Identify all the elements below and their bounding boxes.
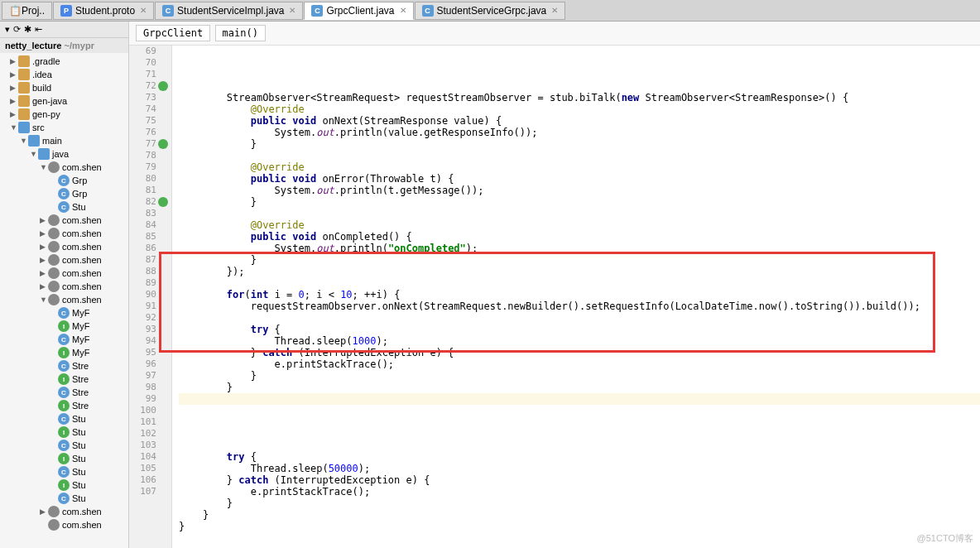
tree-item[interactable]: CStre — [0, 386, 128, 399]
tree-item[interactable]: CStre — [0, 359, 128, 373]
tree-item[interactable]: CGrp — [0, 187, 128, 200]
expand-icon[interactable]: ▶ — [40, 243, 48, 251]
expand-icon[interactable]: ▶ — [40, 282, 48, 291]
tab-proj-[interactable]: 📋 Proj.. — [2, 2, 52, 20]
tree-item[interactable]: ▶com.shen — [0, 227, 128, 240]
tree-item[interactable]: CMyF — [0, 306, 128, 320]
code-line[interactable] — [179, 405, 980, 416]
tree-item[interactable]: CMyF — [0, 333, 128, 346]
code-line[interactable]: e.printStackTrace(); — [179, 486, 980, 498]
code-line[interactable]: } — [179, 196, 980, 208]
tree-item[interactable]: IStre — [0, 399, 128, 412]
settings-icon[interactable]: ✱ — [24, 24, 31, 35]
tree-item[interactable]: ▼src — [0, 121, 128, 134]
tree-item[interactable]: CStu — [0, 492, 128, 505]
tab-studentservicegrpc-java[interactable]: CStudentServiceGrpc.java✕ — [415, 2, 566, 20]
expand-icon[interactable]: ▶ — [40, 229, 48, 238]
tree-item[interactable]: IMyF — [0, 346, 128, 359]
tree-item[interactable]: ▶gen-java — [0, 94, 128, 108]
code-line[interactable] — [179, 277, 980, 289]
code-content[interactable]: StreamObserver<StreamRequest> requestStr… — [172, 46, 980, 548]
code-line[interactable]: for(int i = 0; i < 10; ++i) { — [179, 289, 980, 300]
override-marker-icon[interactable] — [158, 81, 168, 91]
code-line[interactable]: Thread.sleep(1000); — [179, 335, 980, 347]
close-icon[interactable]: ✕ — [140, 6, 147, 15]
expand-icon[interactable]: ▶ — [10, 70, 18, 79]
code-line[interactable]: } — [179, 254, 980, 266]
code-line[interactable]: StreamObserver<StreamRequest> requestStr… — [179, 92, 980, 103]
expand-icon[interactable]: ▼ — [30, 150, 38, 158]
tree-item[interactable]: ▼main — [0, 134, 128, 147]
close-icon[interactable]: ✕ — [400, 6, 406, 15]
tree-item[interactable]: ▶gen-py — [0, 108, 128, 121]
code-line[interactable] — [179, 208, 980, 219]
tree-item[interactable]: ▶com.shen — [0, 253, 128, 267]
code-line[interactable]: } catch (InterruptedException e) { — [179, 474, 980, 486]
code-line[interactable]: System.out.println(value.getResponseInfo… — [179, 127, 980, 138]
expand-icon[interactable]: ▶ — [40, 507, 48, 516]
tree-item[interactable]: ▼com.shen — [0, 161, 128, 174]
code-line[interactable]: } — [179, 382, 980, 393]
code-line[interactable]: try { — [179, 451, 980, 463]
code-line[interactable] — [179, 393, 980, 405]
tab-studentserviceimpl-java[interactable]: CStudentServiceImpl.java✕ — [155, 2, 303, 20]
tree-item[interactable]: ▶com.shen — [0, 505, 128, 518]
code-line[interactable] — [179, 440, 980, 451]
tree-item[interactable]: CStu — [0, 439, 128, 452]
code-line[interactable]: public void onCompleted() { — [179, 231, 980, 243]
tree-item[interactable]: ▶com.shen — [0, 280, 128, 293]
close-icon[interactable]: ✕ — [551, 6, 558, 15]
tree-item[interactable]: ▶build — [0, 81, 128, 94]
tree-item[interactable]: ▶com.shen — [0, 267, 128, 280]
code-line[interactable]: } — [179, 498, 980, 509]
code-line[interactable] — [179, 416, 980, 428]
code-line[interactable]: public void onError(Throwable t) { — [179, 173, 980, 185]
tree-item[interactable]: com.shen — [0, 518, 128, 531]
expand-icon[interactable]: ▼ — [20, 137, 28, 145]
code-line[interactable]: Thread.sleep(50000); — [179, 463, 980, 474]
tree-item[interactable]: ▶com.shen — [0, 240, 128, 253]
tree-item[interactable]: CGrp — [0, 174, 128, 187]
code-line[interactable]: @Override — [179, 161, 980, 173]
tree-item[interactable]: CStu — [0, 412, 128, 425]
code-line[interactable]: @Override — [179, 219, 980, 231]
expand-icon[interactable]: ▶ — [10, 97, 18, 105]
tree-item[interactable]: IStu — [0, 452, 128, 465]
code-line[interactable]: } — [179, 370, 980, 382]
code-line[interactable]: @Override — [179, 103, 980, 115]
code-line[interactable]: requestStreamObserver.onNext(StreamReque… — [179, 300, 980, 312]
close-icon[interactable]: ✕ — [289, 6, 295, 15]
code-line[interactable]: } — [179, 138, 980, 150]
override-marker-icon[interactable] — [158, 139, 168, 149]
tree-item[interactable]: IStre — [0, 373, 128, 386]
code-line[interactable] — [179, 80, 980, 92]
breadcrumb-class[interactable]: GrpcClient — [136, 25, 210, 41]
project-root[interactable]: netty_lecture ~/mypr — [0, 38, 128, 53]
tree-item[interactable]: ▶com.shen — [0, 214, 128, 227]
tree-item[interactable]: ▼com.shen — [0, 293, 128, 306]
code-line[interactable]: public void onNext(StreamResponse value)… — [179, 115, 980, 127]
code-line[interactable]: }); — [179, 266, 980, 277]
tree-item[interactable]: IStu — [0, 425, 128, 439]
tab-student-proto[interactable]: PStudent.proto✕ — [53, 2, 154, 20]
code-area[interactable]: 6970717273747576777879808182838485868788… — [129, 46, 980, 548]
collapse-icon[interactable]: ⇤ — [35, 24, 42, 35]
code-line[interactable]: } — [179, 521, 980, 532]
tab-grpcclient-java[interactable]: CGrpcClient.java✕ — [304, 2, 413, 20]
code-line[interactable]: } catch (InterruptedException e) { — [179, 347, 980, 358]
expand-icon[interactable]: ▶ — [10, 57, 18, 65]
expand-icon[interactable]: ▶ — [10, 84, 18, 92]
override-marker-icon[interactable] — [158, 197, 168, 207]
project-dropdown[interactable]: ▾ — [5, 24, 10, 35]
tree-item[interactable]: ▶.gradle — [0, 55, 128, 68]
breadcrumb-method[interactable]: main() — [215, 25, 266, 41]
expand-icon[interactable]: ▼ — [40, 163, 48, 171]
tree-item[interactable]: IStu — [0, 478, 128, 492]
code-line[interactable] — [179, 428, 980, 440]
tree-item[interactable]: IMyF — [0, 320, 128, 333]
tree-item[interactable]: CStu — [0, 200, 128, 214]
code-line[interactable] — [179, 150, 980, 161]
expand-icon[interactable]: ▼ — [10, 123, 18, 132]
code-line[interactable] — [179, 312, 980, 324]
expand-icon[interactable]: ▶ — [40, 256, 48, 264]
